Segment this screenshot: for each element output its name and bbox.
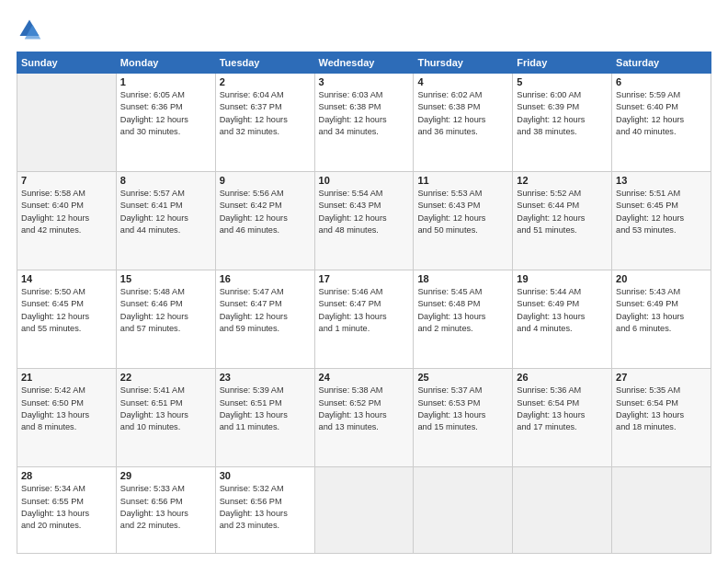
day-info: Sunrise: 5:58 AM Sunset: 6:40 PM Dayligh… — [21, 188, 112, 236]
day-number: 23 — [220, 372, 311, 383]
calendar-cell: 2Sunrise: 6:04 AM Sunset: 6:37 PM Daylig… — [215, 74, 314, 172]
calendar-week-row: 28Sunrise: 5:34 AM Sunset: 6:55 PM Dayli… — [17, 467, 711, 554]
calendar-week-row: 21Sunrise: 5:42 AM Sunset: 6:50 PM Dayli… — [17, 369, 711, 467]
day-info: Sunrise: 5:34 AM Sunset: 6:55 PM Dayligh… — [21, 483, 112, 532]
day-number: 16 — [220, 273, 311, 284]
calendar-cell: 29Sunrise: 5:33 AM Sunset: 6:56 PM Dayli… — [116, 467, 215, 554]
calendar-cell: 24Sunrise: 5:38 AM Sunset: 6:52 PM Dayli… — [314, 369, 414, 467]
day-number: 8 — [120, 175, 211, 186]
day-number: 19 — [517, 273, 608, 284]
calendar-header-row: SundayMondayTuesdayWednesdayThursdayFrid… — [17, 52, 711, 74]
day-info: Sunrise: 5:56 AM Sunset: 6:42 PM Dayligh… — [220, 188, 311, 236]
day-info: Sunrise: 5:33 AM Sunset: 6:56 PM Dayligh… — [120, 483, 211, 532]
day-number: 12 — [517, 175, 608, 186]
calendar-cell: 17Sunrise: 5:46 AM Sunset: 6:47 PM Dayli… — [314, 270, 414, 369]
day-number: 30 — [220, 470, 311, 481]
day-info: Sunrise: 5:39 AM Sunset: 6:51 PM Dayligh… — [220, 385, 311, 433]
day-number: 28 — [21, 470, 112, 481]
logo-icon — [17, 17, 42, 42]
day-info: Sunrise: 5:43 AM Sunset: 6:49 PM Dayligh… — [616, 286, 707, 335]
day-info: Sunrise: 5:48 AM Sunset: 6:46 PM Dayligh… — [120, 286, 211, 335]
day-number: 6 — [616, 76, 707, 87]
day-info: Sunrise: 6:03 AM Sunset: 6:38 PM Dayligh… — [319, 89, 410, 138]
calendar-cell: 23Sunrise: 5:39 AM Sunset: 6:51 PM Dayli… — [215, 369, 314, 467]
day-info: Sunrise: 5:45 AM Sunset: 6:48 PM Dayligh… — [417, 286, 508, 335]
col-header-thursday: Thursday — [414, 52, 513, 74]
calendar-cell — [314, 467, 414, 554]
day-info: Sunrise: 5:59 AM Sunset: 6:40 PM Dayligh… — [616, 89, 707, 138]
day-number: 24 — [319, 372, 410, 383]
calendar-cell: 7Sunrise: 5:58 AM Sunset: 6:40 PM Daylig… — [17, 172, 117, 270]
calendar-cell: 16Sunrise: 5:47 AM Sunset: 6:47 PM Dayli… — [215, 270, 314, 369]
calendar-cell: 21Sunrise: 5:42 AM Sunset: 6:50 PM Dayli… — [17, 369, 117, 467]
calendar-cell: 28Sunrise: 5:34 AM Sunset: 6:55 PM Dayli… — [17, 467, 117, 554]
col-header-wednesday: Wednesday — [314, 52, 414, 74]
calendar-cell: 30Sunrise: 5:32 AM Sunset: 6:56 PM Dayli… — [215, 467, 314, 554]
day-number: 17 — [319, 273, 410, 284]
day-info: Sunrise: 6:02 AM Sunset: 6:38 PM Dayligh… — [417, 89, 508, 138]
col-header-sunday: Sunday — [17, 52, 117, 74]
day-info: Sunrise: 5:57 AM Sunset: 6:41 PM Dayligh… — [120, 188, 211, 236]
col-header-tuesday: Tuesday — [215, 52, 314, 74]
calendar-cell: 1Sunrise: 6:05 AM Sunset: 6:36 PM Daylig… — [116, 74, 215, 172]
day-info: Sunrise: 5:50 AM Sunset: 6:45 PM Dayligh… — [21, 286, 112, 335]
calendar-cell: 27Sunrise: 5:35 AM Sunset: 6:54 PM Dayli… — [612, 369, 711, 467]
day-number: 29 — [120, 470, 211, 481]
calendar-cell — [414, 467, 513, 554]
day-number: 2 — [220, 76, 311, 87]
calendar-cell — [17, 74, 117, 172]
day-info: Sunrise: 5:44 AM Sunset: 6:49 PM Dayligh… — [517, 286, 608, 335]
day-number: 22 — [120, 372, 211, 383]
col-header-saturday: Saturday — [612, 52, 711, 74]
day-number: 7 — [21, 175, 112, 186]
page: SundayMondayTuesdayWednesdayThursdayFrid… — [0, 0, 728, 563]
day-info: Sunrise: 5:46 AM Sunset: 6:47 PM Dayligh… — [319, 286, 410, 335]
calendar-cell: 19Sunrise: 5:44 AM Sunset: 6:49 PM Dayli… — [513, 270, 612, 369]
day-number: 1 — [120, 76, 211, 87]
calendar-cell: 15Sunrise: 5:48 AM Sunset: 6:46 PM Dayli… — [116, 270, 215, 369]
col-header-friday: Friday — [513, 52, 612, 74]
day-number: 21 — [21, 372, 112, 383]
day-number: 18 — [417, 273, 508, 284]
day-number: 13 — [616, 175, 707, 186]
col-header-monday: Monday — [116, 52, 215, 74]
logo — [17, 17, 48, 42]
day-info: Sunrise: 5:41 AM Sunset: 6:51 PM Dayligh… — [120, 385, 211, 433]
calendar-cell: 20Sunrise: 5:43 AM Sunset: 6:49 PM Dayli… — [612, 270, 711, 369]
day-number: 4 — [417, 76, 508, 87]
calendar-cell: 5Sunrise: 6:00 AM Sunset: 6:39 PM Daylig… — [513, 74, 612, 172]
day-number: 10 — [319, 175, 410, 186]
day-info: Sunrise: 5:32 AM Sunset: 6:56 PM Dayligh… — [220, 483, 311, 532]
calendar-cell: 13Sunrise: 5:51 AM Sunset: 6:45 PM Dayli… — [612, 172, 711, 270]
calendar-cell: 22Sunrise: 5:41 AM Sunset: 6:51 PM Dayli… — [116, 369, 215, 467]
day-number: 26 — [517, 372, 608, 383]
day-number: 9 — [220, 175, 311, 186]
calendar-cell: 26Sunrise: 5:36 AM Sunset: 6:54 PM Dayli… — [513, 369, 612, 467]
day-info: Sunrise: 6:05 AM Sunset: 6:36 PM Dayligh… — [120, 89, 211, 138]
day-info: Sunrise: 5:36 AM Sunset: 6:54 PM Dayligh… — [517, 385, 608, 433]
day-info: Sunrise: 5:35 AM Sunset: 6:54 PM Dayligh… — [616, 385, 707, 433]
calendar-cell: 18Sunrise: 5:45 AM Sunset: 6:48 PM Dayli… — [414, 270, 513, 369]
day-info: Sunrise: 6:04 AM Sunset: 6:37 PM Dayligh… — [220, 89, 311, 138]
day-number: 5 — [517, 76, 608, 87]
calendar-cell: 25Sunrise: 5:37 AM Sunset: 6:53 PM Dayli… — [414, 369, 513, 467]
calendar-week-row: 14Sunrise: 5:50 AM Sunset: 6:45 PM Dayli… — [17, 270, 711, 369]
day-number: 14 — [21, 273, 112, 284]
calendar-week-row: 7Sunrise: 5:58 AM Sunset: 6:40 PM Daylig… — [17, 172, 711, 270]
day-info: Sunrise: 5:47 AM Sunset: 6:47 PM Dayligh… — [220, 286, 311, 335]
calendar-cell: 8Sunrise: 5:57 AM Sunset: 6:41 PM Daylig… — [116, 172, 215, 270]
day-info: Sunrise: 5:37 AM Sunset: 6:53 PM Dayligh… — [417, 385, 508, 433]
day-info: Sunrise: 6:00 AM Sunset: 6:39 PM Dayligh… — [517, 89, 608, 138]
day-info: Sunrise: 5:53 AM Sunset: 6:43 PM Dayligh… — [417, 188, 508, 236]
day-number: 3 — [319, 76, 410, 87]
calendar-cell: 9Sunrise: 5:56 AM Sunset: 6:42 PM Daylig… — [215, 172, 314, 270]
header — [17, 17, 711, 42]
day-number: 11 — [417, 175, 508, 186]
day-info: Sunrise: 5:52 AM Sunset: 6:44 PM Dayligh… — [517, 188, 608, 236]
calendar-cell: 6Sunrise: 5:59 AM Sunset: 6:40 PM Daylig… — [612, 74, 711, 172]
calendar-cell — [513, 467, 612, 554]
day-info: Sunrise: 5:51 AM Sunset: 6:45 PM Dayligh… — [616, 188, 707, 236]
calendar-cell: 12Sunrise: 5:52 AM Sunset: 6:44 PM Dayli… — [513, 172, 612, 270]
day-number: 20 — [616, 273, 707, 284]
calendar-cell: 3Sunrise: 6:03 AM Sunset: 6:38 PM Daylig… — [314, 74, 414, 172]
